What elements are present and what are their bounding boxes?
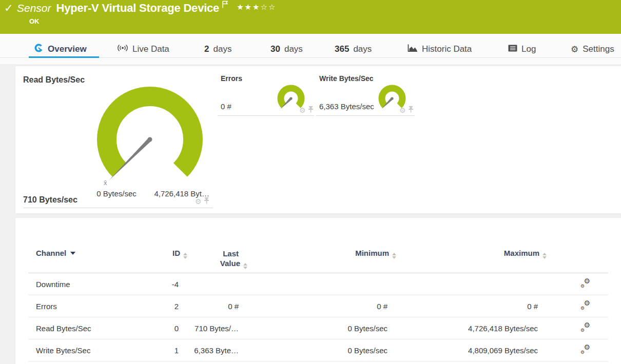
tab-365-days-number: 365 — [335, 44, 349, 54]
log-list-icon — [508, 44, 517, 54]
tab-2-days-number: 2 — [204, 44, 209, 54]
channel-last-value: 710 Bytes/… — [179, 324, 239, 333]
tab-historic-data-label: Historic Data — [422, 44, 472, 54]
column-header-minimum[interactable]: Minimum — [239, 249, 387, 259]
sort-toggle-icon[interactable] — [243, 263, 247, 269]
channel-settings-gears-icon[interactable]: ⚙⚙ — [580, 301, 590, 310]
divider — [218, 115, 314, 116]
tab-live-data-label: Live Data — [132, 44, 169, 54]
channel-last-value: 0 # — [179, 302, 239, 311]
column-header-id[interactable]: ID — [159, 249, 179, 259]
area-chart-icon — [407, 44, 418, 55]
pin-icon[interactable] — [408, 106, 414, 115]
channels-table: Channel ID Last Value Minimum Maximum Do… — [28, 218, 608, 361]
tab-live-data[interactable]: Live Data — [117, 43, 169, 55]
channel-minimum: 0 # — [239, 302, 387, 311]
channel-maximum: 4,809,069 Bytes/sec — [387, 346, 538, 355]
column-header-channel[interactable]: Channel — [28, 249, 159, 257]
flag-icon[interactable] — [222, 1, 228, 10]
tab-2-days[interactable]: 2 days — [204, 43, 231, 55]
gauge-settings-gear-icon[interactable]: ⚙ — [299, 107, 306, 114]
channel-name[interactable]: Downtime — [28, 280, 159, 289]
channel-id: -4 — [159, 280, 179, 289]
tab-overview[interactable]: Overview — [34, 43, 87, 55]
table-row-read-bytes: Read Bytes/Sec 0 710 Bytes/… 0 Bytes/sec… — [28, 317, 608, 339]
sensor-title-row: Sensor Hyper-V Virtual Storage Device ★★… — [17, 2, 276, 15]
gauge-settings-gear-icon[interactable]: ⚙ — [399, 107, 406, 114]
main-gauge: x̄ — [95, 85, 205, 192]
table-row-downtime: Downtime -4 ⚙⚙ — [28, 273, 608, 295]
column-header-last-value[interactable]: Last Value — [179, 249, 239, 269]
tab-365-days[interactable]: 365 days — [335, 43, 372, 55]
sensor-status-header: ✓ Sensor Hyper-V Virtual Storage Device … — [0, 0, 621, 34]
column-header-maximum[interactable]: Maximum — [387, 249, 538, 259]
tab-log[interactable]: Log — [508, 43, 536, 55]
pin-icon[interactable] — [308, 106, 314, 115]
main-gauge-min-label: 0 Bytes/sec — [91, 189, 142, 198]
priority-stars[interactable]: ★★★☆☆ — [237, 3, 276, 12]
table-row-errors: Errors 2 0 # 0 # 0 # ⚙⚙ — [28, 295, 608, 317]
errors-gauge-actions: ⚙ — [299, 106, 314, 115]
tab-30-days-number: 30 — [270, 44, 280, 54]
table-header-row: Channel ID Last Value Minimum Maximum — [28, 218, 608, 273]
page-title: Hyper-V Virtual Storage Device — [56, 2, 220, 15]
channel-maximum: 0 # — [387, 302, 538, 311]
write-gauge-value: 6,363 Bytes/sec — [319, 102, 374, 111]
tab-log-label: Log — [521, 44, 536, 54]
channel-last-value: 6,363 Byte… — [179, 346, 239, 355]
channel-settings-gears-icon[interactable]: ⚙⚙ — [580, 345, 590, 354]
channel-minimum: 0 Bytes/sec — [239, 324, 387, 333]
gear-icon: ⚙ — [571, 44, 578, 54]
mean-marker: x̄ — [104, 179, 107, 187]
sort-toggle-icon[interactable] — [542, 253, 547, 259]
tab-overview-label: Overview — [48, 44, 87, 54]
tab-settings[interactable]: ⚙ Settings — [571, 43, 614, 55]
gauges-panel: Read Bytes/Sec x̄ 0 Bytes/sec 4,726,418 … — [15, 66, 621, 213]
write-gauge-title: Write Bytes/Sec — [319, 74, 374, 83]
errors-gauge-value: 0 # — [221, 102, 231, 111]
live-signal-icon — [117, 44, 128, 54]
tab-365-days-unit: days — [353, 44, 372, 54]
channel-settings-gears-icon[interactable]: ⚙⚙ — [580, 323, 590, 332]
channel-id: 2 — [159, 302, 179, 311]
tab-settings-label: Settings — [583, 44, 614, 54]
channel-name[interactable]: Read Bytes/Sec — [28, 324, 159, 333]
sort-desc-icon[interactable] — [70, 252, 75, 255]
tab-bar: Overview Live Data 2 days 30 days 365 da… — [0, 34, 621, 64]
tab-2-days-unit: days — [213, 44, 231, 54]
errors-gauge-title: Errors — [221, 74, 242, 83]
status-ok-check-icon: ✓ — [4, 2, 13, 14]
divider — [23, 208, 213, 208]
active-tab-underline — [29, 56, 99, 58]
write-gauge-actions: ⚙ — [399, 106, 414, 115]
main-gauge-value: 710 Bytes/sec — [23, 195, 77, 205]
channel-minimum: 0 Bytes/sec — [239, 346, 387, 355]
divider — [316, 115, 415, 116]
channel-id: 1 — [159, 346, 179, 355]
channel-name[interactable]: Write Bytes/Sec — [28, 346, 159, 355]
status-badge: OK — [29, 17, 40, 25]
table-row-write-bytes: Write Bytes/Sec 1 6,363 Byte… 0 Bytes/se… — [28, 339, 608, 361]
channel-maximum: 4,726,418 Bytes/sec — [387, 324, 538, 333]
tab-30-days-unit: days — [284, 44, 303, 54]
channel-settings-gears-icon[interactable]: ⚙⚙ — [580, 279, 590, 288]
gauge-icon — [34, 43, 44, 55]
gauge-settings-gear-icon[interactable]: ⚙ — [195, 198, 202, 205]
main-gauge-actions: ⚙ — [195, 197, 209, 206]
main-gauge-title: Read Bytes/Sec — [23, 75, 85, 85]
channel-name[interactable]: Errors — [28, 302, 159, 311]
tab-30-days[interactable]: 30 days — [270, 43, 303, 55]
pin-icon[interactable] — [204, 197, 209, 206]
tab-historic-data[interactable]: Historic Data — [407, 43, 472, 55]
object-kind-label: Sensor — [17, 2, 51, 14]
channels-panel: Channel ID Last Value Minimum Maximum Do… — [15, 218, 621, 364]
channel-id: 0 — [159, 324, 179, 333]
